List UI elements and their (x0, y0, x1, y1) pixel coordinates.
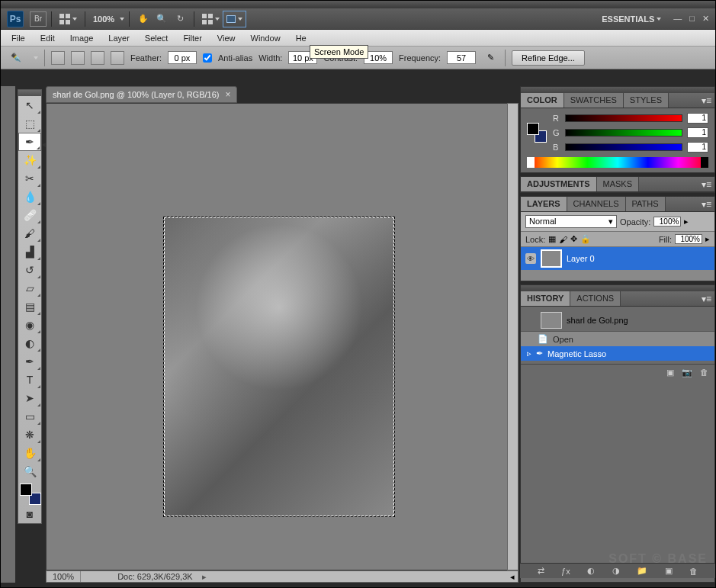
menu-select[interactable]: Select (139, 32, 175, 44)
menu-help[interactable]: He (290, 32, 313, 44)
quick-mask-icon[interactable]: ◙ (18, 505, 41, 523)
document-tab[interactable]: sharl de Gol.png @ 100% (Layer 0, RGB/16… (46, 86, 237, 103)
tab-actions[interactable]: ACTIONS (570, 291, 621, 306)
new-layer-icon[interactable]: ▣ (665, 566, 673, 576)
menu-layer[interactable]: Layer (102, 32, 136, 44)
add-selection-icon[interactable] (71, 51, 85, 65)
history-step[interactable]: 📄 Open (521, 332, 714, 346)
menu-edit[interactable]: Edit (34, 32, 61, 44)
rotate-view-icon[interactable]: ↻ (171, 11, 189, 27)
g-slider[interactable] (565, 129, 682, 137)
clone-stamp-tool-icon[interactable]: ▟ (18, 243, 41, 261)
workspace-switcher[interactable]: ESSENTIALS (602, 14, 661, 24)
shape-tool-icon[interactable]: ▭ (18, 407, 41, 426)
eyedropper-tool-icon[interactable]: 💧 (18, 188, 41, 206)
color-mini-swatches[interactable] (527, 123, 547, 143)
pen-pressure-icon[interactable]: ✎ (482, 51, 499, 65)
crop-tool-icon[interactable]: ✂ (18, 169, 41, 188)
arrange-button[interactable] (199, 11, 223, 27)
canvas[interactable] (46, 103, 519, 570)
feather-input[interactable] (168, 51, 197, 64)
eraser-tool-icon[interactable]: ▱ (18, 279, 41, 297)
fill-flyout-icon[interactable]: ▸ (705, 234, 710, 244)
magnetic-lasso-tool-icon[interactable]: ✒ (18, 133, 41, 151)
layer-style-icon[interactable]: ƒx (561, 567, 570, 576)
blur-tool-icon[interactable]: ◉ (18, 316, 41, 334)
history-snapshot-row[interactable]: sharl de Gol.png (521, 310, 714, 332)
layer-name[interactable]: Layer 0 (567, 254, 595, 263)
layer-mask-icon[interactable]: ◐ (587, 566, 595, 576)
left-dock-rail[interactable] (1, 86, 16, 583)
lock-pixels-icon[interactable]: 🖌 (559, 235, 567, 244)
hscroll-left-icon[interactable]: ◂ (507, 572, 518, 582)
arrange-documents-button[interactable] (56, 11, 80, 27)
frequency-input[interactable] (447, 51, 476, 64)
new-selection-icon[interactable] (51, 51, 65, 65)
blend-mode-select[interactable]: Normal▾ (525, 215, 617, 228)
group-icon[interactable]: 📁 (637, 566, 647, 576)
lock-position-icon[interactable]: ✥ (570, 234, 577, 244)
zoom-level[interactable]: 100% (93, 14, 114, 24)
status-zoom[interactable]: 100% (47, 571, 81, 582)
antialias-checkbox[interactable] (203, 53, 212, 63)
move-tool-icon[interactable]: ↖ (18, 96, 41, 114)
panel-menu-icon[interactable]: ▾≡ (702, 179, 711, 190)
color-ramp[interactable] (527, 157, 708, 168)
screen-mode-button[interactable] (223, 11, 246, 27)
3d-tool-icon[interactable]: ❋ (18, 426, 41, 444)
maximize-icon[interactable]: □ (689, 14, 695, 24)
status-flyout-icon[interactable]: ▸ (202, 572, 207, 582)
menu-filter[interactable]: Filter (177, 32, 207, 44)
create-document-icon[interactable]: ▣ (666, 368, 674, 378)
panel-grip[interactable] (521, 87, 714, 93)
lock-all-icon[interactable]: 🔒 (580, 234, 591, 244)
history-brush-tool-icon[interactable]: ↺ (18, 261, 41, 279)
tab-styles[interactable]: STYLES (624, 93, 669, 108)
tab-layers[interactable]: LAYERS (521, 197, 567, 211)
tab-masks[interactable]: MASKS (597, 177, 640, 191)
type-tool-icon[interactable]: T (18, 371, 41, 389)
intersect-selection-icon[interactable] (111, 51, 124, 65)
tab-color[interactable]: COLOR (521, 93, 564, 108)
close-icon[interactable]: ✕ (702, 14, 709, 24)
photoshop-logo-icon[interactable]: Ps (7, 11, 24, 27)
zoom-tool-icon[interactable]: 🔍 (153, 11, 171, 27)
pen-tool-icon[interactable]: ✒ (18, 352, 41, 371)
opacity-flyout-icon[interactable]: ▸ (684, 217, 689, 227)
adjustment-layer-icon[interactable]: ◑ (612, 566, 620, 576)
b-value[interactable]: 1 (687, 142, 708, 153)
tab-swatches[interactable]: SWATCHES (564, 93, 624, 108)
tab-history[interactable]: HISTORY (521, 291, 570, 306)
panel-menu-icon[interactable]: ▾≡ (702, 294, 711, 304)
fill-input[interactable]: 100% (675, 234, 702, 244)
hand-tool-icon-tb[interactable]: ✋ (18, 444, 41, 462)
zoom-tool-icon-tb[interactable]: 🔍 (18, 462, 41, 480)
history-step[interactable]: ▹ ✒ Magnetic Lasso (521, 346, 714, 361)
g-value[interactable]: 1 (687, 127, 708, 138)
menu-view[interactable]: View (211, 32, 242, 44)
history-source-icon[interactable]: ▹ (527, 349, 531, 358)
delete-layer-icon[interactable]: 🗑 (689, 567, 698, 576)
layer-visibility-icon[interactable]: 👁 (525, 253, 536, 264)
hand-tool-icon[interactable]: ✋ (134, 11, 153, 27)
panel-menu-icon[interactable]: ▾≡ (702, 199, 711, 210)
b-slider[interactable] (565, 143, 682, 151)
color-swatches[interactable] (20, 484, 41, 505)
brush-tool-icon[interactable]: 🖌 (18, 224, 41, 243)
bridge-icon[interactable]: Br (30, 11, 47, 27)
layer-row[interactable]: 👁 Layer 0 (521, 247, 714, 270)
tab-channels[interactable]: CHANNELS (567, 197, 626, 211)
panel-menu-icon[interactable]: ▾≡ (702, 95, 711, 106)
marquee-tool-icon[interactable]: ⬚ (18, 114, 41, 133)
link-layers-icon[interactable]: ⇄ (538, 566, 544, 576)
dodge-tool-icon[interactable]: ◐ (18, 334, 41, 352)
menu-image[interactable]: Image (64, 32, 100, 44)
tab-adjustments[interactable]: ADJUSTMENTS (521, 177, 597, 191)
r-value[interactable]: 1 (687, 113, 708, 124)
menu-file[interactable]: File (5, 32, 31, 44)
minimize-icon[interactable]: — (673, 14, 682, 24)
status-doc-size[interactable]: Doc: 629,3K/629,3K (111, 571, 198, 582)
lock-transparent-icon[interactable]: ▦ (548, 234, 556, 244)
healing-brush-tool-icon[interactable]: 🩹 (18, 206, 41, 224)
refine-edge-button[interactable]: Refine Edge... (512, 50, 585, 66)
